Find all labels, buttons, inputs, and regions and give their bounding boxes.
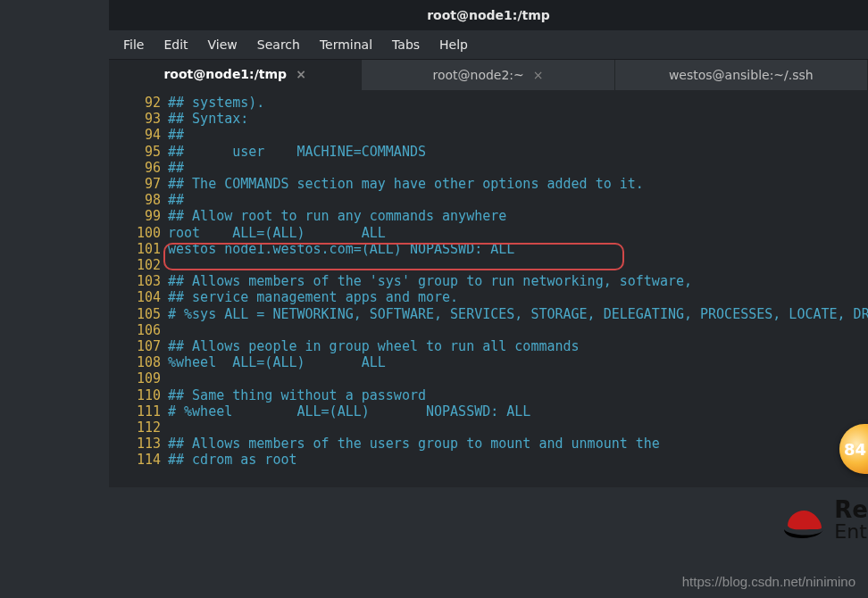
line-number: 111: [109, 403, 168, 419]
editor-line: 93## Syntax:: [109, 111, 868, 127]
tab-ansible[interactable]: westos@ansible:~/.ssh: [615, 60, 868, 90]
line-content: ## Allows people in group wheel to run a…: [168, 338, 580, 354]
line-content: ## cdrom as root: [168, 452, 297, 468]
logo-line1: Re: [834, 498, 868, 521]
line-number: 112: [109, 419, 168, 436]
menu-search[interactable]: Search: [248, 34, 309, 55]
editor-line: 103## Allows members of the 'sys' group …: [109, 273, 868, 289]
line-content: ## user MACHINE=COMMANDS: [168, 144, 426, 160]
line-number: 98: [109, 192, 168, 208]
line-number: 108: [109, 354, 168, 370]
watermark: https://blog.csdn.net/ninimino: [682, 574, 855, 589]
line-number: 103: [109, 273, 168, 289]
editor-line: 101westos node1.westos.com=(ALL) NOPASSW…: [109, 241, 868, 257]
line-number: 110: [109, 387, 168, 403]
line-number: 99: [109, 208, 168, 224]
line-number: 106: [109, 322, 168, 338]
editor-line: 106: [109, 322, 868, 338]
editor-line: 112: [109, 419, 868, 436]
line-content: ## Same thing without a password: [168, 387, 426, 403]
line-number: 95: [109, 144, 168, 160]
editor-area[interactable]: 92## systems).93## Syntax:94##95## user …: [109, 90, 868, 487]
line-number: 114: [109, 452, 168, 468]
editor-line: 92## systems).: [109, 95, 868, 111]
tab-label: root@node2:~: [432, 68, 523, 82]
menu-terminal[interactable]: Terminal: [311, 34, 381, 55]
editor-line: 98##: [109, 192, 868, 208]
menu-edit[interactable]: Edit: [154, 34, 196, 55]
editor-line: 97## The COMMANDS section may have other…: [109, 176, 868, 192]
line-content: # %sys ALL = NETWORKING, SOFTWARE, SERVI…: [168, 306, 868, 322]
menu-file[interactable]: File: [114, 34, 153, 55]
line-content: ## Syntax:: [168, 111, 248, 127]
editor-line: 111# %wheel ALL=(ALL) NOPASSWD: ALL: [109, 403, 868, 419]
line-content: ## service management apps and more.: [168, 289, 458, 305]
line-content: ##: [168, 160, 184, 176]
line-number: 113: [109, 436, 168, 452]
editor-line: 109: [109, 370, 868, 386]
line-content: ##: [168, 127, 184, 143]
line-content: # %wheel ALL=(ALL) NOPASSWD: ALL: [168, 403, 530, 419]
line-number: 94: [109, 127, 168, 143]
editor-line: 99## Allow root to run any commands anyw…: [109, 208, 868, 224]
line-content: ## Allow root to run any commands anywhe…: [168, 208, 506, 224]
editor-line: 104## service management apps and more.: [109, 289, 868, 305]
tab-label: root@node1:/tmp: [163, 67, 287, 81]
editor-line: 113## Allows members of the users group …: [109, 436, 868, 452]
line-number: 104: [109, 289, 168, 305]
close-icon[interactable]: ×: [296, 67, 306, 81]
menubar: File Edit View Search Terminal Tabs Help: [109, 30, 868, 59]
tab-label: westos@ansible:~/.ssh: [669, 68, 814, 82]
redhat-logo: Re Ent: [782, 498, 868, 543]
line-number: 96: [109, 160, 168, 176]
line-content: %wheel ALL=(ALL) ALL: [168, 354, 386, 370]
editor-line: 108%wheel ALL=(ALL) ALL: [109, 354, 868, 370]
editor-line: 107## Allows people in group wheel to ru…: [109, 338, 868, 354]
logo-text: Re Ent: [834, 498, 868, 543]
tabbar: root@node1:/tmp × root@node2:~ × westos@…: [109, 59, 868, 90]
editor-line: 96##: [109, 160, 868, 176]
terminal-window: root@node1:/tmp File Edit View Search Te…: [109, 0, 868, 487]
line-content: ##: [168, 192, 184, 208]
tab-node2[interactable]: root@node2:~ ×: [362, 60, 614, 90]
editor-line: 102: [109, 257, 868, 273]
line-number: 109: [109, 370, 168, 386]
line-content: ## The COMMANDS section may have other o…: [168, 176, 644, 192]
editor-line: 95## user MACHINE=COMMANDS: [109, 144, 868, 160]
logo-line2: Ent: [834, 521, 868, 543]
menu-view[interactable]: View: [199, 34, 246, 55]
line-number: 93: [109, 111, 168, 127]
hat-icon: [782, 502, 823, 538]
editor-line: 105# %sys ALL = NETWORKING, SOFTWARE, SE…: [109, 306, 868, 322]
line-content: root ALL=(ALL) ALL: [168, 225, 386, 241]
window-title: root@node1:/tmp: [427, 8, 550, 22]
menu-help[interactable]: Help: [430, 34, 477, 55]
line-number: 97: [109, 176, 168, 192]
line-content: ## Allows members of the 'sys' group to …: [168, 273, 692, 289]
line-number: 105: [109, 306, 168, 322]
line-number: 102: [109, 257, 168, 273]
line-number: 101: [109, 241, 168, 257]
badge-value: 84: [844, 440, 866, 459]
menu-tabs[interactable]: Tabs: [383, 34, 429, 55]
line-number: 107: [109, 338, 168, 354]
editor-line: 94##: [109, 127, 868, 143]
editor-line: 100root ALL=(ALL) ALL: [109, 225, 868, 241]
close-icon[interactable]: ×: [533, 68, 544, 82]
line-number: 92: [109, 95, 168, 111]
tab-node1[interactable]: root@node1:/tmp ×: [109, 60, 362, 90]
window-titlebar: root@node1:/tmp: [109, 0, 868, 30]
editor-line: 110## Same thing without a password: [109, 387, 868, 403]
editor-line: 114## cdrom as root: [109, 452, 868, 468]
line-content: westos node1.westos.com=(ALL) NOPASSWD: …: [168, 241, 514, 257]
line-content: ## Allows members of the users group to …: [168, 436, 660, 452]
line-number: 100: [109, 225, 168, 241]
line-content: ## systems).: [168, 95, 264, 111]
